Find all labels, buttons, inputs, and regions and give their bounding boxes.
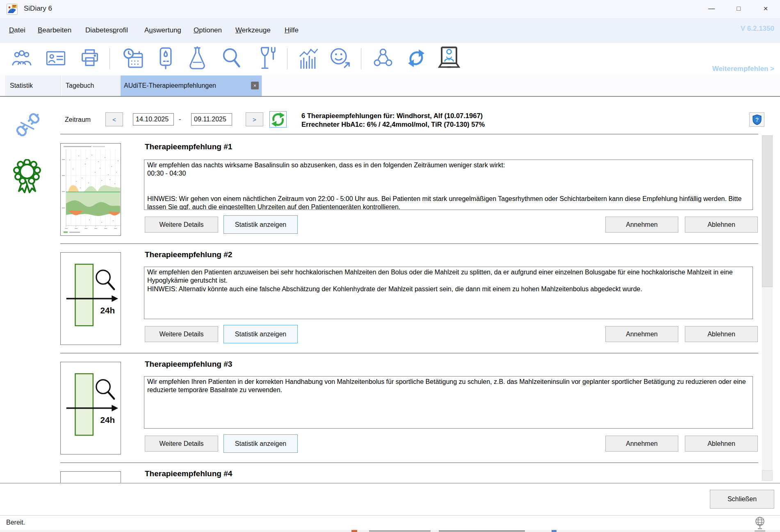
wellbeing-smiley-icon[interactable] [329,47,351,71]
tab-audite-therapieempfehlungen[interactable]: AUdiTE-Therapieempfehlungen [121,75,262,96]
toolbar-separator [361,48,361,69]
patient-summary-line2: Errechneter HbA1c: 6% / 42,4mmol/mol, Ti… [301,120,597,129]
divider [60,353,758,354]
recommendation-3-text: Wir empfehlen Ihren Patienten in der kor… [144,376,753,429]
recommendation-2-reject-button[interactable]: Ablehnen [685,326,758,342]
title-bar: SiDiary 6 — □ × [0,0,780,18]
recommendation-2-text: Wir empfehlen den Patienten anzuweisen b… [144,267,753,319]
recommendation-3-reject-button[interactable]: Ablehnen [685,436,758,452]
app-icon [7,4,18,15]
close-dialog-button[interactable]: Schließen [710,490,774,509]
recommendation-3-details-button[interactable]: Weitere Details [145,436,218,452]
thumbnail-24h-label: 24h [100,416,115,425]
menu-bearbeiten[interactable]: Bearbeiten [36,25,73,38]
window-title: SiDiary 6 [24,5,52,13]
patient-summary: 6 Therapieempfehlungen für: Windhorst, A… [301,112,597,129]
period-range-separator: - [179,116,181,123]
meal-glass-fork-icon[interactable] [260,46,276,72]
period-to-input[interactable] [191,113,232,126]
period-label: Zeitraum [65,116,91,123]
print-icon[interactable] [80,48,99,69]
lab-flask-icon[interactable] [188,46,207,72]
toolbar: Weiterempfehlen > [0,43,780,75]
recommendation-1-reject-button[interactable]: Ablehnen [685,217,758,233]
recommendation-2-statistics-button[interactable]: Statistik anzeigen [224,325,298,343]
divider [60,462,758,463]
plugin-plug-icon [15,112,41,139]
menu-optionen[interactable]: Optionen [192,25,224,38]
recommend-link[interactable]: Weiterempfehlen > [712,65,774,73]
menu-auswertung[interactable]: Auswertung [143,25,183,38]
period-next-button[interactable]: > [246,112,263,126]
menu-hilfe[interactable]: Hilfe [283,25,300,38]
award-rosette-icon [12,159,42,195]
divider [60,134,758,135]
divider [60,243,758,244]
maximize-button[interactable]: □ [727,2,750,16]
menu-diabetesprofil[interactable]: Diabetesprofil [84,25,130,38]
recommendation-4-thumbnail[interactable] [60,471,121,483]
recommendation-1-details-button[interactable]: Weitere Details [145,217,218,233]
recommendation-1-title: Therapieempfehlung #1 [145,142,232,151]
period-from-input[interactable] [133,113,174,126]
tab-statistik[interactable]: Statistik [5,75,61,96]
recommendation-1-accept-button[interactable]: Annehmen [605,217,678,233]
patient-card-icon[interactable] [46,50,66,68]
tab-close-icon[interactable]: × [251,82,259,89]
search-icon[interactable] [221,47,241,71]
menu-bar: Datei Bearbeiten Diabetesprofil Auswertu… [0,18,780,43]
recommendation-3-accept-button[interactable]: Annehmen [605,436,678,452]
menu-werkzeuge[interactable]: Werkzeuge [234,25,272,38]
menu-datei[interactable]: Datei [7,25,27,38]
refresh-button[interactable] [269,111,287,128]
close-button[interactable]: × [754,2,778,16]
content-scrollbar-down-button[interactable] [762,470,773,481]
recommendation-1-statistics-button[interactable]: Statistik anzeigen [224,215,298,234]
sidiary-window: SiDiary 6 — □ × Datei Bearbeiten Diabete… [0,0,780,532]
recommendation-3-statistics-button[interactable]: Statistik anzeigen [224,434,298,453]
recommendation-1-thumbnail-agp-chart[interactable] [60,143,121,236]
recommendation-2-title: Therapieempfehlung #2 [145,250,232,259]
background-window-edge [0,530,780,532]
thumbnail-24h-label: 24h [100,306,115,315]
tab-bar: Statistik Tagebuch AUdiTE-Therapieempfeh… [0,75,780,97]
minimize-button[interactable]: — [700,2,723,16]
status-bar: Bereit. [0,515,780,530]
content-scrollbar-thumb[interactable] [762,135,773,287]
recommendation-2-thumbnail-24h[interactable]: 24h [60,252,121,345]
period-prev-button[interactable]: < [105,112,123,126]
toolbar-separator [109,48,110,69]
help-shield-icon: ? [753,114,762,125]
patients-group-icon[interactable] [11,47,32,71]
sync-icon[interactable] [407,47,426,71]
recommendation-3-thumbnail-24h[interactable]: 24h [60,362,121,454]
version-label: V 6.2.1350 [741,25,774,33]
telemedicine-laptop-icon[interactable] [438,46,460,71]
recommendation-3-title: Therapieempfehlung #3 [145,360,232,369]
recommendation-1-text: Wir empfehlen das nachts wirksame Basali… [144,160,753,210]
patient-summary-line1: 6 Therapieempfehlungen für: Windhorst, A… [301,112,597,120]
content-bottom-divider [0,483,780,484]
schedule-clock-calendar-icon[interactable] [123,48,144,71]
help-button[interactable]: ? [749,112,764,127]
recommendation-2-accept-button[interactable]: Annehmen [605,326,678,342]
statistics-chart-icon[interactable] [299,48,318,71]
recommendation-4-title: Therapieempfehlung #4 [145,469,232,478]
status-text: Bereit. [6,519,25,526]
toolbar-separator [287,48,287,69]
share-icon[interactable] [373,48,393,70]
tab-tagebuch[interactable]: Tagebuch [62,75,120,96]
globe-icon [754,516,766,531]
glucose-meter-icon[interactable] [158,47,173,72]
svg-text:?: ? [755,116,759,123]
recommendation-2-details-button[interactable]: Weitere Details [145,326,218,342]
